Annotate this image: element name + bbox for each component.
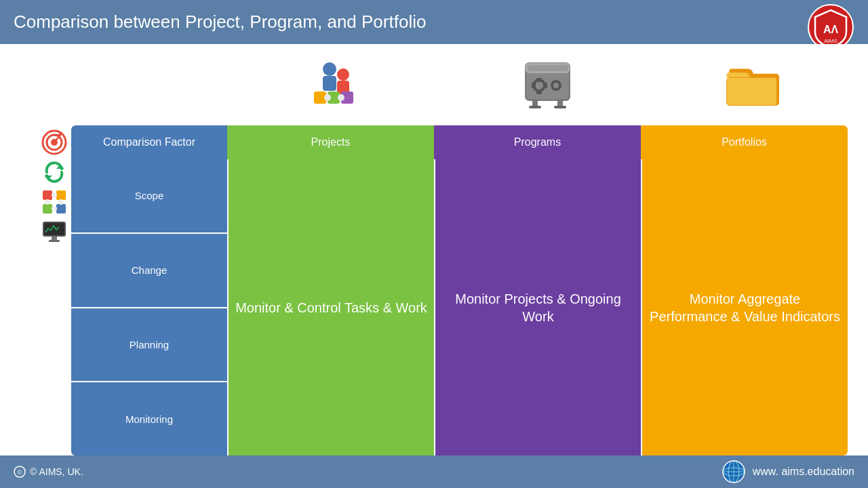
svg-rect-29 [726,77,776,105]
scope-cell: Scope [71,159,227,232]
svg-point-43 [52,206,57,211]
footer: © © AIMS, UK. www. aims.education [0,455,868,488]
monitor-icon [40,218,68,246]
sidebar-icons [37,125,71,455]
svg-point-17 [535,81,543,89]
svg-rect-15 [528,65,568,71]
svg-point-12 [338,94,344,101]
programs-icon [522,60,573,110]
footer-copyright: © © AIMS, UK. [14,466,83,478]
svg-text:©: © [18,469,22,476]
svg-point-6 [337,68,349,81]
refresh-icon [40,158,68,186]
portfolios-header: Portfolios [641,125,848,159]
svg-rect-20 [532,83,536,88]
projects-header: Projects [227,125,434,159]
monitoring-cell: Monitoring [71,382,227,455]
svg-rect-21 [543,83,547,88]
programs-icon-cell [441,51,654,119]
comparison-column: Scope Change Planning Monitoring [71,159,227,455]
change-cell: Change [71,234,227,307]
portfolios-icon [724,58,785,112]
puzzle-small-icon [40,188,68,216]
svg-rect-38 [43,190,52,200]
svg-point-45 [58,199,64,205]
copyright-icon: © [14,466,26,478]
svg-rect-19 [536,90,542,94]
projects-column: Monitor & Control Tasks & Work [229,159,434,455]
comparison-factor-header: Comparison Factor [71,125,227,159]
svg-rect-48 [52,237,57,240]
planning-cell: Planning [71,308,227,382]
svg-marker-37 [44,176,52,180]
svg-text:AΛ: AΛ [823,24,839,35]
svg-point-44 [45,199,50,205]
svg-rect-27 [554,106,566,108]
portfolios-icon-cell [654,51,854,119]
page-title: Comparison between Project, Program, and… [14,12,426,33]
projects-icon-cell [227,51,441,119]
svg-rect-26 [529,106,541,108]
svg-text:AIMS: AIMS [824,38,837,44]
svg-point-4 [323,62,336,76]
svg-rect-49 [49,240,60,242]
svg-point-11 [324,94,331,101]
table-header: Comparison Factor Projects Programs Port… [71,125,848,159]
svg-rect-39 [56,190,66,200]
target-icon [40,128,68,157]
projects-icon [304,54,365,115]
programs-header: Programs [434,125,641,159]
page-header: Comparison between Project, Program, and… [0,0,868,44]
svg-rect-40 [43,204,52,214]
table-body: Scope Change Planning Monitoring Monitor… [71,159,848,455]
programs-cell-text: Monitor Projects & Ongoing Work [435,283,641,332]
svg-rect-41 [56,204,66,214]
svg-rect-18 [536,78,542,82]
main-content: Comparison Factor Projects Programs Port… [0,44,868,455]
programs-column: Monitor Projects & Ongoing Work [435,159,641,455]
footer-website: www. aims.education [722,460,854,484]
portfolios-column: Monitor Aggregate Performance & Value In… [642,159,848,455]
globe-icon [722,460,746,484]
comparison-icon-cell [71,51,227,119]
comparison-table: Comparison Factor Projects Programs Port… [71,125,848,455]
svg-point-23 [553,83,559,88]
table-area: Comparison Factor Projects Programs Port… [37,125,848,455]
portfolios-cell-text: Monitor Aggregate Performance & Value In… [642,283,848,332]
svg-rect-5 [323,76,336,91]
svg-marker-36 [56,165,64,169]
icons-row [71,44,868,125]
svg-point-42 [52,192,57,198]
projects-cell-text: Monitor & Control Tasks & Work [229,292,434,323]
